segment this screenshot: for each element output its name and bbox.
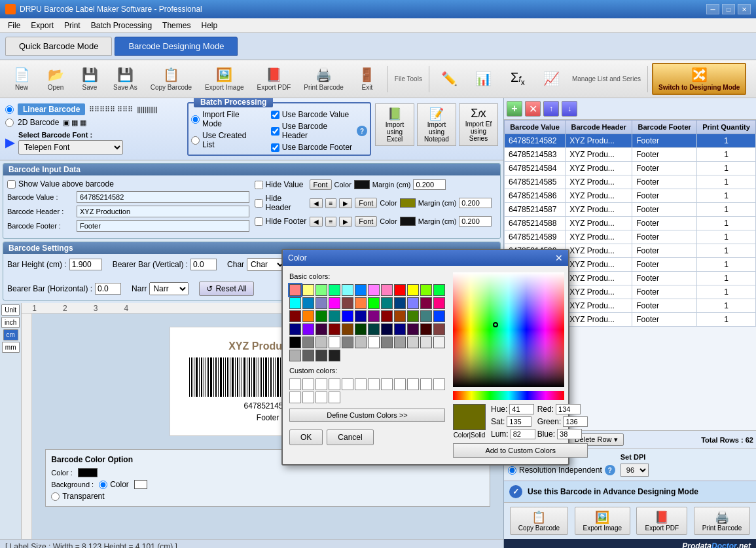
basic-color-cell-61[interactable] [302,350,314,361]
basic-color-cell-0[interactable] [289,284,301,296]
table-row[interactable]: 64785214586 XYZ Produ... Footer 1 [505,189,756,203]
hue-bar[interactable] [453,391,564,400]
basic-color-cell-13[interactable] [302,297,314,309]
delete-row-button[interactable]: ✕ [525,101,541,117]
basic-color-cell-19[interactable] [381,297,393,309]
save-as-button[interactable]: 💾 Save As [107,64,143,94]
basic-color-cell-35[interactable] [433,310,445,322]
import-excel-button[interactable]: 📗 ImportusingExcel [375,103,414,146]
twod-barcode-radio[interactable] [5,119,14,127]
hide-footer-check[interactable]: Hide Footer [255,217,307,226]
basic-color-cell-51[interactable] [329,337,340,348]
table-row[interactable]: 64785214588 XYZ Produ... Footer 1 [505,217,756,230]
footer-align-left[interactable]: ◀ [310,217,323,227]
header-margin-input[interactable] [459,198,492,208]
basic-color-cell-34[interactable] [420,310,432,322]
basic-color-cell-63[interactable] [329,350,340,361]
export-image-button[interactable]: 🖼️ Export Image [199,64,249,94]
print-button[interactable]: 🖨️ Print Barcode [298,64,350,94]
basic-color-cell-59[interactable] [433,337,445,348]
print-action-button[interactable]: 🖨️ Print Barcode [694,507,751,535]
basic-color-cell-54[interactable] [368,337,380,348]
color-spectrum[interactable] [453,272,564,387]
close-button[interactable]: ✕ [738,4,751,14]
switch-mode-button[interactable]: 🔀 Switch to Designing Mode [652,63,746,95]
add-row-button[interactable]: + [507,101,522,117]
basic-color-cell-60[interactable] [289,350,301,361]
series-button[interactable]: 📈 [535,67,568,91]
import-notepad-button[interactable]: 📝 ImportusingNotepad [417,103,456,146]
basic-color-cell-18[interactable] [368,297,380,309]
header-align-right[interactable]: ▶ [339,198,352,208]
custom-cell-6[interactable] [355,378,367,390]
header-color-swatch[interactable] [400,198,416,208]
basic-color-cell-8[interactable] [394,284,406,296]
basic-color-cell-57[interactable] [407,337,419,348]
maximize-button[interactable]: □ [722,4,735,14]
basic-color-cell-3[interactable] [329,284,340,296]
footer-align-right[interactable]: ▶ [339,217,352,227]
barcode-color-swatch[interactable] [78,468,98,477]
header-font-button[interactable]: Font [355,198,377,208]
value-font-button[interactable]: Font [310,179,332,190]
sat-input[interactable] [507,416,531,427]
bearer-h-input[interactable] [95,283,121,295]
show-value-above-check[interactable]: Show Value above barcode [7,179,249,189]
basic-color-cell-48[interactable] [289,337,301,348]
basic-color-cell-17[interactable] [355,297,367,309]
basic-color-cell-5[interactable] [355,284,367,296]
table-row[interactable]: 64785214585 XYZ Produ... Footer 1 [505,175,756,189]
custom-cell-16[interactable] [329,392,340,403]
basic-color-cell-39[interactable] [329,323,340,335]
open-button[interactable]: 📂 Open [39,64,72,94]
resolution-info-icon[interactable]: ? [605,465,615,475]
use-created-list-option[interactable]: Use Created List [191,131,261,149]
custom-cell-8[interactable] [381,378,393,390]
custom-cell-3[interactable] [315,378,327,390]
basic-color-cell-40[interactable] [342,323,353,335]
unit-inch-button[interactable]: inch [1,317,20,328]
bar-height-input[interactable] [69,259,102,270]
custom-cell-14[interactable] [302,392,314,403]
custom-cell-15[interactable] [315,392,327,403]
hide-header-check[interactable]: Hide Header [255,194,307,212]
ok-button[interactable]: OK [289,429,323,445]
menu-help[interactable]: Help [196,20,223,31]
table-row[interactable]: 64785214584 XYZ Produ... Footer 1 [505,162,756,175]
basic-color-cell-24[interactable] [289,310,301,322]
basic-color-cell-10[interactable] [420,284,432,296]
basic-color-cell-15[interactable] [329,297,340,309]
basic-color-cell-62[interactable] [315,350,327,361]
basic-color-cell-12[interactable] [289,297,301,309]
copy-barcode-button[interactable]: 📋 Copy Barcode [145,64,198,94]
basic-color-cell-4[interactable] [342,284,353,296]
hue-input[interactable] [509,404,534,414]
custom-cell-2[interactable] [302,378,314,390]
basic-color-cell-9[interactable] [407,284,419,296]
basic-color-cell-30[interactable] [368,310,380,322]
menu-batch[interactable]: Batch Processing [86,20,157,31]
footer-font-button[interactable]: Font [355,216,377,227]
save-button[interactable]: 💾 Save [73,64,106,94]
header-align-left[interactable]: ◀ [310,198,323,208]
quick-mode-tab[interactable]: Quick Barcode Mode [5,37,112,56]
custom-cell-7[interactable] [368,378,380,390]
basic-color-cell-20[interactable] [394,297,406,309]
copy-barcode-action-button[interactable]: 📋 Copy Barcode [510,507,568,535]
basic-color-cell-37[interactable] [302,323,314,335]
resolution-radio[interactable]: Resolution Independent ? [508,465,615,475]
move-down-button[interactable]: ↓ [562,101,577,117]
basic-color-cell-52[interactable] [342,337,353,348]
unit-cm-button[interactable]: cm [3,329,18,340]
info-icon[interactable]: ? [357,126,367,136]
dpi-select[interactable]: 96 [621,464,649,477]
green-input[interactable] [563,416,588,427]
basic-color-cell-11[interactable] [433,284,445,296]
blue-input[interactable] [557,429,582,439]
custom-cell-4[interactable] [329,378,340,390]
use-barcode-value-check[interactable]: Use Barcode Value [271,110,367,119]
basic-color-cell-6[interactable] [368,284,380,296]
custom-cell-12[interactable] [433,378,445,390]
menu-themes[interactable]: Themes [157,20,196,31]
lum-input[interactable] [511,429,535,439]
